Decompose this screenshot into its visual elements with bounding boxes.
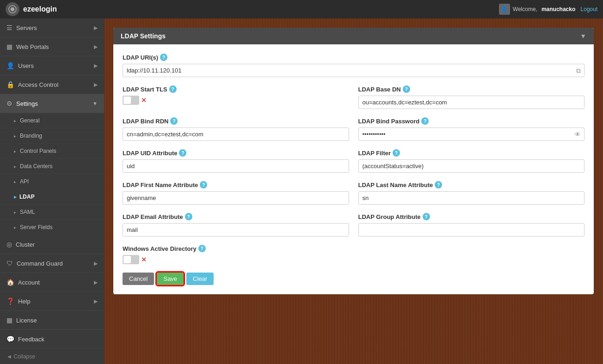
row-email-group: LDAP Email Attribute ? LDAP Group Attrib…: [123, 213, 585, 237]
sidebar-label-data-centers: Data Centers: [20, 163, 53, 170]
help-arrow: ▶: [94, 298, 98, 304]
sidebar-label-branding: Branding: [20, 133, 42, 139]
svg-point-1: [11, 7, 14, 11]
col-email: LDAP Email Attribute ?: [123, 213, 349, 237]
collapse-button[interactable]: ◄ Collapse: [0, 349, 104, 364]
topbar-user: 👤 Welcome, manuchacko Logout: [499, 4, 597, 15]
sidebar-subitem-control-panels[interactable]: ▸ Control Panels: [0, 144, 104, 159]
command-guard-icon: 🛡: [6, 260, 13, 267]
logo-text: ezeelogin: [23, 5, 57, 13]
feedback-icon: 💬: [6, 335, 14, 343]
main-layout: ☰ Servers ▶ ▦ Web Portals ▶ 👤 Users ▶ 🔒 …: [0, 18, 603, 364]
col-bind-password: LDAP Bind Password ? 👁: [358, 117, 585, 141]
sidebar-subitem-ldap[interactable]: ▸ LDAP: [0, 189, 104, 205]
server-fields-dot: ▸: [14, 225, 16, 230]
windows-ad-help-icon[interactable]: ?: [198, 245, 206, 252]
col-base-dn: LDAP Base DN ?: [358, 85, 585, 109]
cancel-button[interactable]: Cancel: [123, 273, 154, 285]
last-name-help-icon[interactable]: ?: [435, 181, 442, 188]
sidebar-item-access-control[interactable]: 🔒 Access Control ▶: [0, 75, 104, 94]
ldap-uri-input[interactable]: [123, 64, 585, 77]
start-tls-label: LDAP Start TLS ?: [123, 85, 349, 93]
sidebar-item-servers[interactable]: ☰ Servers ▶: [0, 18, 104, 37]
start-tls-help-icon[interactable]: ?: [169, 85, 177, 93]
web-portals-icon: ▦: [6, 43, 12, 50]
bind-rdn-input[interactable]: [123, 127, 349, 141]
sidebar-item-settings[interactable]: ⚙ Settings ▼: [0, 94, 104, 113]
bind-password-label: LDAP Bind Password ?: [358, 117, 585, 125]
row-tls-basedn: LDAP Start TLS ? ✕ LDAP Base DN: [123, 85, 585, 109]
first-name-input[interactable]: [123, 191, 349, 205]
sidebar-label-saml: SAML: [20, 209, 35, 215]
sidebar-item-web-portals[interactable]: ▦ Web Portals ▶: [0, 37, 104, 56]
sidebar-subitem-saml[interactable]: ▸ SAML: [0, 205, 104, 220]
col-bind-rdn: LDAP Bind RDN ?: [123, 117, 349, 141]
sidebar-item-cluster[interactable]: ◎ Cluster: [0, 235, 104, 254]
row-bindrdn-bindpw: LDAP Bind RDN ? LDAP Bind Password ? 👁: [123, 117, 585, 141]
branding-dot: ▸: [14, 133, 16, 139]
email-input[interactable]: [123, 223, 349, 237]
bind-rdn-help-icon[interactable]: ?: [170, 117, 178, 125]
sidebar-item-help[interactable]: ❓ Help ▶: [0, 292, 104, 311]
filter-help-icon[interactable]: ?: [393, 149, 400, 157]
access-control-icon: 🔒: [6, 81, 14, 88]
email-label: LDAP Email Attribute ?: [123, 213, 349, 220]
uid-help-icon[interactable]: ?: [179, 149, 186, 157]
windows-ad-x-icon[interactable]: ✕: [141, 256, 147, 263]
sidebar-label-ldap: LDAP: [19, 194, 35, 200]
windows-ad-toggle-knob: [123, 256, 131, 263]
general-dot: ▸: [14, 118, 16, 123]
windows-ad-section: Windows Active Directory ? ✕: [123, 245, 585, 264]
filter-label: LDAP Filter ?: [358, 149, 585, 157]
uid-label: LDAP UID Attribute ?: [123, 149, 349, 157]
password-input-wrapper: 👁: [358, 127, 585, 141]
sidebar-item-users[interactable]: 👤 Users ▶: [0, 56, 104, 75]
sidebar-label-command-guard: Command Guard: [17, 260, 63, 267]
bind-password-input[interactable]: [358, 127, 585, 141]
sidebar-label-general: General: [20, 117, 40, 124]
first-name-help-icon[interactable]: ?: [200, 181, 207, 188]
account-icon: 🏠: [6, 279, 14, 286]
group-label: LDAP Group Attribute ?: [358, 213, 585, 220]
bind-rdn-label: LDAP Bind RDN ?: [123, 117, 349, 125]
sidebar-subitem-server-fields[interactable]: ▸ Server Fields: [0, 220, 104, 235]
sidebar-item-feedback[interactable]: 💬 Feedback: [0, 330, 104, 349]
windows-ad-toggle-switch[interactable]: [123, 255, 139, 264]
last-name-input[interactable]: [358, 191, 585, 205]
email-help-icon[interactable]: ?: [185, 213, 192, 220]
col-last-name: LDAP Last Name Attribute ?: [358, 181, 585, 205]
group-help-icon[interactable]: ?: [423, 213, 430, 220]
api-dot: ▸: [14, 179, 16, 184]
toggle-off-switch[interactable]: [123, 96, 139, 105]
panel-chevron-icon[interactable]: ▼: [580, 32, 586, 40]
sidebar-item-command-guard[interactable]: 🛡 Command Guard ▶: [0, 254, 104, 273]
collapse-label: ◄ Collapse: [6, 353, 35, 360]
base-dn-help-icon[interactable]: ?: [403, 85, 410, 93]
password-show-icon[interactable]: 👁: [574, 131, 581, 138]
uri-help-icon[interactable]: ?: [160, 54, 167, 61]
col-filter: LDAP Filter ?: [358, 149, 585, 173]
sidebar-subitem-data-centers[interactable]: ▸ Data Centers: [0, 159, 104, 174]
ldap-panel-body: LDAP URI(s) ? ⧉ LDAP Start TLS ?: [113, 44, 594, 294]
license-icon: ▦: [6, 316, 12, 324]
sidebar-label-servers: Servers: [16, 24, 37, 31]
sidebar-subitem-api[interactable]: ▸ API: [0, 174, 104, 189]
toggle-x-icon[interactable]: ✕: [141, 97, 147, 104]
ldap-panel-title: LDAP Settings: [121, 32, 166, 40]
sidebar-item-license[interactable]: ▦ License: [0, 311, 104, 330]
group-input[interactable]: [358, 223, 585, 237]
uid-input[interactable]: [123, 159, 349, 173]
sidebar-subitem-branding[interactable]: ▸ Branding: [0, 128, 104, 144]
bind-password-help-icon[interactable]: ?: [421, 117, 429, 125]
sidebar-item-account[interactable]: 🏠 Account ▶: [0, 273, 104, 292]
base-dn-input[interactable]: [358, 96, 585, 109]
sidebar-subitem-general[interactable]: ▸ General: [0, 113, 104, 128]
save-button[interactable]: Save: [157, 273, 184, 285]
logout-link[interactable]: Logout: [580, 6, 597, 12]
clear-button[interactable]: Clear: [186, 273, 214, 285]
filter-input[interactable]: [358, 159, 585, 173]
sidebar-label-settings: Settings: [16, 100, 38, 107]
data-centers-dot: ▸: [14, 164, 16, 169]
ldap-uri-label: LDAP URI(s) ?: [123, 54, 585, 61]
sidebar-label-control-panels: Control Panels: [20, 148, 56, 154]
